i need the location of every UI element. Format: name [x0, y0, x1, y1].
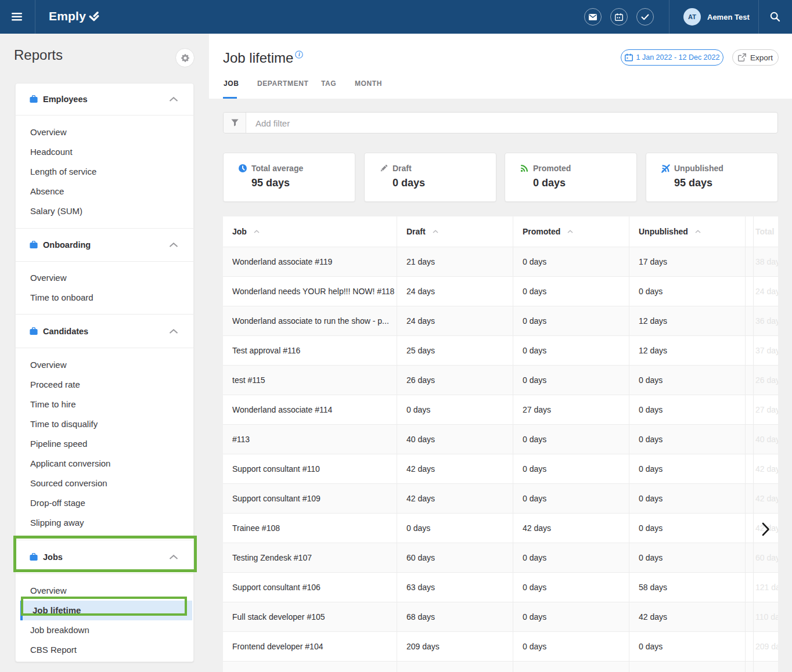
svg-text:i: i [298, 52, 300, 57]
